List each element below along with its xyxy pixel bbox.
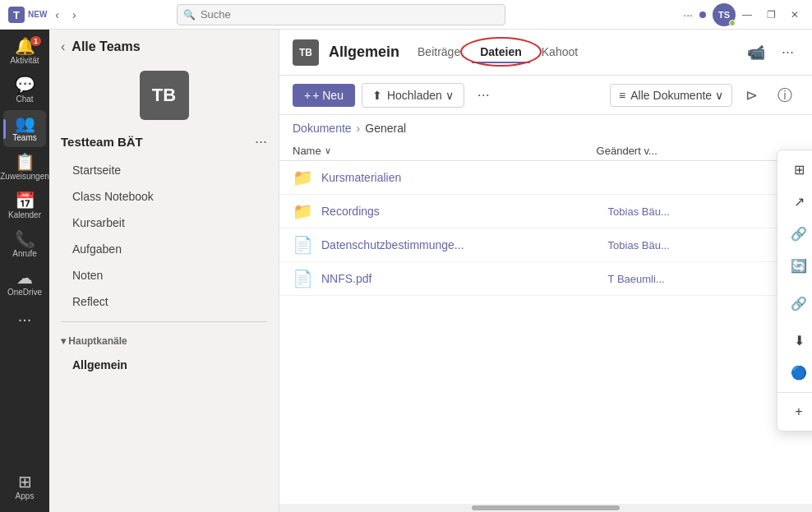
nav-startseite[interactable]: Startseite <box>49 157 279 183</box>
nav-reflect[interactable]: Reflect <box>49 288 279 315</box>
upload-button[interactable]: ⬆ Hochladen ∨ <box>362 83 464 108</box>
sidebar-item-aktivitat[interactable]: 🔔 Aktivität 1 <box>3 33 46 70</box>
pdf-icon: 📄 <box>293 269 313 288</box>
file-name: NNFS.pdf <box>321 272 608 285</box>
apps-icon: ⊞ <box>18 473 32 490</box>
folder-icon: 📁 <box>293 201 313 221</box>
breadcrumb-root[interactable]: Dokumente <box>293 122 352 135</box>
dropdown-item-link-kopieren[interactable]: 🔗 Link kopieren <box>777 218 812 250</box>
dropdown-item-herunterladen[interactable]: ⬇ Herunterladen <box>777 325 812 357</box>
sidebar-item-teams[interactable]: 👥 Teams <box>3 110 46 147</box>
nav-noten[interactable]: Noten <box>49 262 279 288</box>
channels-section: ▾ Hauptkanäle <box>49 329 279 353</box>
back-to-teams-button[interactable]: ‹ <box>61 39 65 54</box>
nav-aufgaben[interactable]: Aufgaben <box>49 236 279 262</box>
all-teams-label: Alle Teams <box>72 39 140 54</box>
activity-badge: 1 <box>30 36 41 46</box>
avatar[interactable]: TS <box>713 3 736 26</box>
more-dots[interactable]: ··· <box>683 8 693 21</box>
add-apps-button[interactable]: ⊞ Apps <box>3 468 46 505</box>
onedrive-icon: ☁ <box>16 270 33 286</box>
dropdown-item-rasteransicht[interactable]: ⊞ In Rasteransicht bearbeiten <box>777 154 812 186</box>
titlebar: T NEW ‹ › 🔍 ··· TS — ❐ ✕ <box>0 0 812 30</box>
name-column-header[interactable]: Name ∨ <box>293 145 597 157</box>
dropdown-menu: ⊞ In Rasteransicht bearbeiten ↗ Teilen 🔗… <box>777 150 812 431</box>
teams-panel: ‹ Alle Teams TB Testteam BÄT ··· Startse… <box>49 30 279 512</box>
breadcrumb: Dokumente › General <box>279 115 812 141</box>
divider <box>61 321 267 322</box>
file-name: Kursmaterialien <box>321 171 608 184</box>
video-call-button[interactable]: 📹 <box>742 40 770 65</box>
sidebar-item-anrufe[interactable]: 📞 Anrufe <box>3 226 46 263</box>
sidebar-item-kalender[interactable]: 📅 Kalender <box>3 187 46 224</box>
breadcrumb-current: General <box>365 122 406 135</box>
search-input[interactable] <box>177 4 505 25</box>
filter-button[interactable]: ⊳ <box>739 83 764 108</box>
assignments-icon: 📋 <box>15 154 35 170</box>
file-list-header: Name ∨ Geändert v... <box>279 141 812 161</box>
dropdown-item-teilen[interactable]: ↗ Teilen <box>777 186 812 218</box>
nav-buttons: ‹ › <box>50 5 81 25</box>
sidebar-item-zuweisungen[interactable]: 📋 Zuweisungen <box>3 149 46 186</box>
scroll-thumb <box>472 505 620 510</box>
dropdown-item-verknuepfung[interactable]: 🔗 Verknüpfung zu OneDrive hinzufügen <box>777 282 812 325</box>
sync-icon: 🔄 <box>791 258 807 274</box>
channel-allgemein[interactable]: Allgemein <box>49 353 279 376</box>
nav-class-notebook[interactable]: Class Notebook <box>49 183 279 210</box>
teams-panel-header: ‹ Alle Teams <box>49 30 279 64</box>
close-button[interactable]: ✕ <box>784 7 805 22</box>
view-selector[interactable]: ≡ Alle Dokumente ∨ <box>610 84 732 107</box>
team-name-row: Testteam BÄT ··· <box>49 130 279 157</box>
svg-text:T: T <box>13 9 20 21</box>
dropdown-item-sharepoint[interactable]: 🔵 In SharePoint öffnen <box>777 357 812 389</box>
file-row-recordings[interactable]: 📁 Recordings Tobias Bäu... <box>279 195 812 228</box>
list-icon: ≡ <box>619 89 625 102</box>
nav-kursarbeit[interactable]: Kursarbeit <box>49 210 279 236</box>
tab-beitrage[interactable]: Beiträge <box>409 42 468 63</box>
dropdown-divider <box>777 392 812 393</box>
notification-dot <box>699 12 706 18</box>
search-icon: 🔍 <box>183 9 196 21</box>
teams-logo-icon: T <box>7 5 26 25</box>
link-add-icon: 🔗 <box>791 296 807 311</box>
toolbar: + + Neu ⬆ Hochladen ∨ ··· ≡ Alle Dokumen… <box>279 76 812 115</box>
more-apps-icon[interactable]: ··· <box>12 303 39 335</box>
pdf-icon: 📄 <box>293 235 313 255</box>
channel-avatar: TB <box>293 39 319 66</box>
folder-icon: 📁 <box>293 168 313 187</box>
download-icon: ⬇ <box>791 333 807 348</box>
more-actions-button[interactable]: ··· <box>471 83 496 107</box>
file-row-nnfs[interactable]: 📄 NNFS.pdf T Baeumli... <box>279 262 812 296</box>
content-header: TB Allgemein Beiträge Dateien Kahoot 📹 ·… <box>279 30 812 76</box>
tab-dateien[interactable]: Dateien <box>472 42 530 63</box>
tab-kahoot[interactable]: Kahoot <box>533 42 586 63</box>
hauptkanale-label: ▾ Hauptkanäle <box>61 335 267 347</box>
header-more-button[interactable]: ··· <box>777 40 799 64</box>
teams-icon: 👥 <box>15 115 35 131</box>
breadcrumb-separator: › <box>357 122 361 135</box>
modified-column-header: Geändert v... <box>597 145 799 157</box>
file-row-datenschutz[interactable]: 📄 Datenschutzbestimmunge... Tobias Bäu..… <box>279 228 812 262</box>
nav-back-button[interactable]: ‹ <box>50 5 64 25</box>
team-more-button[interactable]: ··· <box>255 133 267 150</box>
content-area: TB Allgemein Beiträge Dateien Kahoot 📹 ·… <box>279 30 812 512</box>
info-button[interactable]: ⓘ <box>771 82 799 108</box>
link-icon: 🔗 <box>791 226 807 242</box>
sidebar-item-chat[interactable]: 💬 Chat <box>3 71 46 108</box>
dropdown-item-dokumentbibliothek[interactable]: + Dokumentbibliothek hinzufügen <box>777 396 812 427</box>
file-row-kursmaterialien[interactable]: 📁 Kursmaterialien <box>279 161 812 195</box>
file-list: Name ∨ Geändert v... 📁 Kursmaterialien 📁… <box>279 141 812 512</box>
dropdown-item-synchronisieren[interactable]: 🔄 Synchronisieren <box>777 250 812 282</box>
sidebar-item-onedrive[interactable]: ☁ OneDrive <box>3 265 46 302</box>
file-name: Datenschutzbestimmunge... <box>321 238 608 251</box>
restore-button[interactable]: ❐ <box>760 7 782 22</box>
scrollbar[interactable] <box>279 504 812 512</box>
nav-forward-button[interactable]: › <box>67 5 81 25</box>
file-name: Recordings <box>321 205 608 218</box>
file-modified: T Baeumli... <box>608 273 799 285</box>
file-modified: Tobias Bäu... <box>608 239 799 251</box>
new-button[interactable]: + + Neu <box>293 84 355 107</box>
channel-title: Allgemein <box>329 44 399 61</box>
calls-icon: 📞 <box>15 231 35 247</box>
minimize-button[interactable]: — <box>736 7 759 22</box>
